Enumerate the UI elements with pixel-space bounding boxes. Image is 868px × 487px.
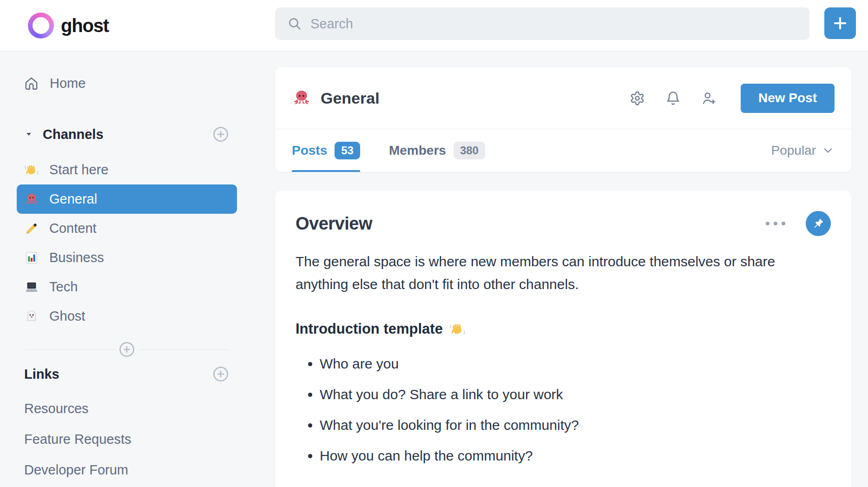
channel-tabs-row: Posts 53 Members 380 Popular: [275, 129, 851, 172]
links-title: Links: [24, 367, 59, 382]
introduction-bullet-list: Who are you What you do? Share a link to…: [296, 356, 831, 464]
sort-label: Popular: [771, 143, 816, 158]
tab-members[interactable]: Members 380: [389, 129, 485, 172]
pinned-button[interactable]: [806, 211, 831, 236]
tab-members-label: Members: [389, 143, 446, 158]
link-label: Feature Requests: [24, 432, 132, 447]
post-title: Overview: [296, 214, 372, 234]
tab-posts[interactable]: Posts 53: [292, 129, 360, 172]
channel-title: General: [321, 89, 380, 107]
sidebar-item-general[interactable]: General: [17, 184, 237, 214]
ghost-emoji-icon: [24, 309, 39, 324]
circle-plus-icon: [212, 365, 230, 383]
add-link-button[interactable]: [212, 365, 230, 383]
channels-section-header: Channels: [17, 125, 237, 143]
sort-dropdown[interactable]: Popular: [771, 143, 835, 158]
bullet-item: How you can help the community?: [320, 448, 831, 464]
post-controls: [763, 211, 831, 236]
tab-posts-label: Posts: [292, 143, 327, 158]
channels-title: Channels: [43, 127, 104, 142]
wave-emoji-icon: [449, 321, 466, 337]
channel-label: Content: [49, 221, 97, 236]
links-list: Resources Feature Requests Developer For…: [17, 393, 237, 485]
more-options-button[interactable]: [763, 219, 788, 228]
channel-list: Start here General Content Business Tech…: [17, 155, 237, 331]
post-body-text: The general space is where new members c…: [296, 250, 831, 296]
sidebar-item-developer-forum[interactable]: Developer Forum: [17, 454, 237, 485]
channel-label: Ghost: [49, 309, 85, 324]
circle-plus-icon: [118, 341, 136, 358]
collapse-triangle-icon[interactable]: [24, 130, 33, 139]
links-section-header: Links: [17, 365, 237, 383]
channel-header-card: General New Post Posts 53 Me: [275, 67, 851, 172]
notifications-button[interactable]: [665, 91, 681, 106]
writing-hand-emoji-icon: [24, 221, 39, 236]
link-label: Resources: [24, 401, 89, 416]
sidebar: Home Channels Start here General Content…: [17, 70, 237, 485]
gear-icon: [630, 91, 645, 106]
search-input[interactable]: [310, 16, 797, 32]
sidebar-item-resources[interactable]: Resources: [17, 393, 237, 424]
members-count-badge: 380: [454, 142, 485, 159]
chevron-down-icon: [822, 144, 835, 157]
channel-title-group: General: [292, 88, 380, 108]
bell-icon: [665, 91, 681, 106]
plus-icon: [832, 15, 848, 32]
channel-label: Tech: [49, 279, 78, 295]
sidebar-item-ghost[interactable]: Ghost: [17, 302, 237, 331]
channel-header-row: General New Post: [275, 67, 851, 129]
bullet-item: Who are you: [320, 356, 831, 372]
bar-chart-emoji-icon: [24, 250, 39, 265]
octopus-emoji-icon: [292, 88, 311, 108]
main-content: General New Post Posts 53 Me: [275, 67, 851, 487]
channel-label: Start here: [49, 162, 108, 178]
brand-name: ghost: [61, 15, 109, 36]
link-label: Developer Forum: [24, 462, 128, 478]
new-post-button[interactable]: New Post: [741, 84, 835, 113]
sidebar-item-business[interactable]: Business: [17, 243, 237, 272]
sidebar-item-home[interactable]: Home: [17, 70, 237, 97]
search-icon: [287, 16, 302, 31]
bullet-item: What you're looking for in the community…: [320, 417, 831, 433]
pin-icon: [812, 217, 825, 230]
laptop-emoji-icon: [24, 280, 39, 295]
invite-member-button[interactable]: [701, 91, 717, 106]
channel-actions: New Post: [630, 84, 835, 113]
octopus-emoji-icon: [24, 192, 39, 207]
ghost-logo-icon: [28, 13, 54, 39]
sidebar-item-start-here[interactable]: Start here: [17, 155, 237, 184]
section-heading-text: Introduction template: [296, 321, 443, 337]
sidebar-item-content[interactable]: Content: [17, 214, 237, 243]
sidebar-divider: [17, 338, 237, 361]
top-bar: ghost: [0, 0, 868, 51]
brand-logo[interactable]: ghost: [28, 13, 109, 39]
posts-count-badge: 53: [335, 142, 360, 159]
add-section-button[interactable]: [115, 341, 138, 358]
wave-emoji-icon: [24, 163, 39, 178]
bullet-item: What you do? Share a link to your work: [320, 387, 831, 402]
home-icon: [24, 76, 39, 91]
create-button[interactable]: [824, 7, 856, 39]
user-plus-icon: [701, 91, 717, 106]
add-channel-button[interactable]: [212, 125, 230, 143]
sidebar-item-feature-requests[interactable]: Feature Requests: [17, 424, 237, 454]
search-bar[interactable]: [275, 7, 809, 40]
circle-plus-icon: [212, 125, 230, 143]
channel-label: Business: [49, 250, 104, 265]
sidebar-item-tech[interactable]: Tech: [17, 272, 237, 302]
post-header: Overview: [296, 211, 831, 236]
post-section-heading: Introduction template: [296, 321, 831, 337]
home-label: Home: [50, 76, 85, 91]
channel-settings-button[interactable]: [630, 91, 645, 106]
channel-label: General: [49, 191, 97, 207]
overview-post-card: Overview The general space is where new …: [275, 191, 851, 487]
